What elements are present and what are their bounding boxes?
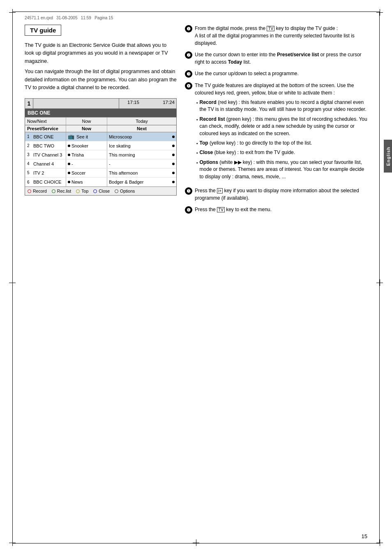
tg-next-cell: This morning — [107, 150, 176, 159]
step-text-2: Use the cursor down to enter into the Pr… — [195, 51, 369, 66]
tg-preset-cell: 6 BBC CHOICE — [25, 177, 66, 187]
step-number-3: ❸ — [185, 70, 192, 78]
tg-close-button[interactable]: Close — [93, 189, 110, 193]
tg-header-spacer — [33, 99, 119, 108]
crosshair-top-right — [376, 9, 383, 16]
intro-p2: You can navigate through the list of dig… — [25, 68, 177, 92]
tg-col-now: Now — [66, 125, 107, 132]
crosshair-left-mid — [9, 279, 16, 286]
table-row: 5 ITV 2 Soccer This afternoon — [25, 168, 176, 177]
instruction-step-5: ❺ Press the i+ key if you want to displa… — [185, 187, 369, 202]
bullet-record-list: • Record list (green key) : this menu gi… — [196, 116, 369, 137]
instructions-list: ❶ From the digital mode, press the TV ke… — [185, 25, 369, 214]
section-title-box: TV guide — [25, 25, 61, 36]
step-text-4: The TV guide features are displayed at t… — [195, 82, 369, 183]
tg-col-next: Next — [107, 125, 176, 132]
step-number-4: ❹ — [185, 82, 192, 90]
bullet-dot-icon: • — [196, 160, 198, 166]
bullet-icon — [172, 136, 175, 138]
tg-now-cell: 📺 See it — [66, 132, 107, 141]
content-area: TV guide The TV guide is an Electronic S… — [25, 25, 369, 532]
page-border-left — [12, 12, 13, 543]
bullet-icon — [172, 154, 175, 156]
crosshair-bottom-right — [376, 539, 383, 546]
reclist-label: Rec.list — [57, 189, 71, 193]
section-title: TV guide — [30, 27, 56, 34]
tg-time2: 17:24 — [148, 99, 176, 108]
bullet-record-list-text: Record list (green key) : this menu give… — [200, 116, 369, 137]
bullet-top: • Top (yellow key) : to go directly to t… — [196, 140, 369, 147]
top-circle-icon — [76, 189, 80, 193]
step-number-6: ❻ — [185, 206, 192, 214]
instruction-step-4: ❹ The TV guide features are displayed at… — [185, 82, 369, 183]
tg-sub-today: Today — [107, 117, 176, 125]
instruction-step-6: ❻ Press the TV key to exit the menu. — [185, 206, 369, 214]
table-row: 6 BBC CHOICE News Bodger & Badger — [25, 177, 176, 187]
step-text-3: Use the cursor up/down to select a progr… — [195, 70, 369, 77]
tg-options-button[interactable]: Options — [115, 189, 135, 193]
tg-preset-cell: 1 BBC ONE — [25, 132, 66, 141]
bullet-icon — [172, 163, 175, 165]
options-circle-icon — [115, 189, 118, 193]
tg-sub-nownext: Now/Next — [25, 117, 66, 125]
table-row: 4 Channel 4 - - — [25, 159, 176, 168]
record-circle-icon — [28, 189, 31, 193]
tg-record-button[interactable]: Record — [28, 189, 47, 193]
intro-paragraph: The TV guide is an Electronic Service Gu… — [25, 41, 177, 92]
table-row: 3 ITV Channel 3 Trisha This morning — [25, 150, 176, 159]
bullet-icon — [68, 163, 70, 165]
tg-next-cell: Ice skating — [107, 141, 176, 150]
english-language-tab: English — [384, 140, 392, 173]
bullet-top-text: Top (yellow key) : to go directly to the… — [200, 140, 312, 147]
crosshair-top-left — [9, 9, 16, 16]
bullet-dot-icon: • — [196, 150, 198, 157]
crosshair-right-mid — [376, 279, 383, 286]
english-tab-label: English — [386, 147, 391, 166]
bullet-dot-icon: • — [196, 100, 198, 106]
tg-sub-now: Now — [66, 117, 107, 125]
bullet-dot-icon: • — [196, 141, 198, 147]
intro-p1: The TV guide is an Electronic Service Gu… — [25, 41, 177, 65]
bullet-icon — [172, 145, 175, 147]
info-key-icon: i+ — [217, 188, 223, 193]
step-text-6: Press the TV key to exit the menu. — [195, 206, 369, 213]
bullet-icon — [172, 172, 175, 174]
tv-guide-table: 1 17:15 17:24 BBC ONE Now/Next Now Today… — [25, 98, 177, 196]
tg-now-cell: Snooker — [66, 141, 107, 150]
record-label: Record — [33, 189, 47, 193]
bullet-icon — [68, 145, 70, 147]
options-label: Options — [120, 189, 135, 193]
tg-next-cell: Microscoop — [107, 132, 176, 141]
tg-col-preset: Preset/Service — [25, 125, 66, 132]
tg-now-cell: - — [66, 159, 107, 168]
instruction-step-1: ❶ From the digital mode, press the TV ke… — [185, 25, 369, 47]
tg-preset-cell: 5 ITV 2 — [25, 168, 66, 177]
bullet-icon — [68, 172, 70, 174]
tg-preset-cell: 3 ITV Channel 3 — [25, 150, 66, 159]
step-number-5: ❺ — [185, 187, 192, 195]
tg-now-cell: Soccer — [66, 168, 107, 177]
bullet-options: • Options (white ▶▶ key) : with this men… — [196, 159, 369, 180]
reclist-circle-icon — [52, 189, 55, 193]
step-number-1: ❶ — [185, 25, 192, 32]
bullet-icon — [68, 181, 70, 183]
tg-header-row: 1 17:15 17:24 — [25, 99, 176, 109]
tg-next-cell: - — [107, 159, 176, 168]
bullet-icon — [68, 154, 70, 156]
bullet-close-text: Close (blue key) : to exit from the TV g… — [200, 149, 295, 156]
bullet-record: • Record (red key) : this feature enable… — [196, 99, 369, 113]
tg-next-cell: This afternoon — [107, 168, 176, 177]
tg-preset-cell: 2 BBC TWO — [25, 141, 66, 150]
tg-now-cell: Trisha — [66, 150, 107, 159]
table-row: 2 BBC TWO Snooker Ice skating — [25, 141, 176, 150]
tg-channel-bar: BBC ONE — [25, 109, 176, 117]
bullet-options-text: Options (white ▶▶ key) : with this menu,… — [200, 159, 369, 180]
tg-reclist-button[interactable]: Rec.list — [52, 189, 71, 193]
table-row: 1 BBC ONE 📺 See it Microscoop — [25, 132, 176, 141]
tg-top-button[interactable]: Top — [76, 189, 88, 193]
step-text-5: Press the i+ key if you want to display … — [195, 187, 369, 202]
tg-next-cell: Bodger & Badger — [107, 177, 176, 187]
tg-now-cell: News — [66, 177, 107, 187]
tv-program-icon: 📺 — [68, 134, 74, 140]
instruction-step-2: ❷ Use the cursor down to enter into the … — [185, 51, 369, 66]
